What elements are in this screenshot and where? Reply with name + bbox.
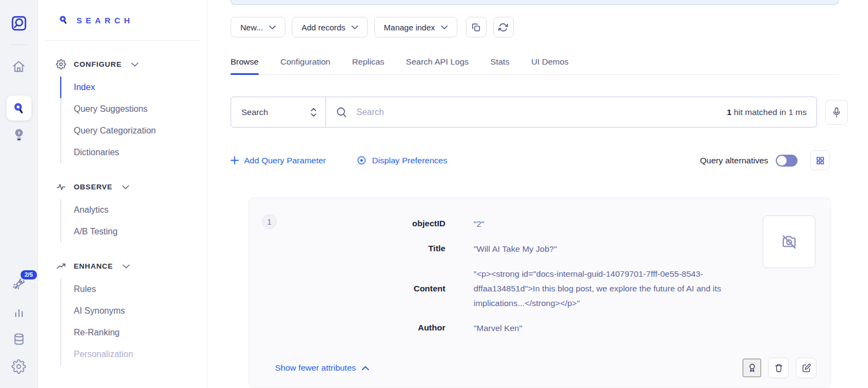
display-preferences-label: Display Preferences: [372, 156, 448, 166]
add-query-parameter-link[interactable]: Add Query Parameter: [231, 156, 326, 166]
search-brand-icon: [58, 14, 69, 26]
query-alternatives-label: Query alternatives: [700, 156, 768, 166]
sidebar-item-re-ranking[interactable]: Re-Ranking: [60, 322, 207, 344]
attribute-row: objectID "2": [262, 217, 815, 231]
search-mode-value: Search: [241, 107, 268, 117]
attribute-name: objectID: [262, 217, 445, 231]
hits-count: 1: [727, 107, 732, 117]
section-enhance-header[interactable]: ENHANCE: [56, 261, 207, 271]
settings-gear-icon[interactable]: [11, 359, 26, 374]
attribute-value: "Marvel Ken": [474, 321, 760, 335]
home-icon[interactable]: [11, 59, 26, 74]
query-alternatives-toggle[interactable]: [776, 155, 797, 167]
chevron-down-icon: [441, 26, 448, 29]
delete-record-button[interactable]: [768, 358, 789, 378]
search-mode-select[interactable]: Search: [231, 97, 326, 128]
chevron-down-icon: [131, 62, 138, 67]
gear-icon: [56, 59, 66, 69]
usage-badge: 2/5: [20, 269, 37, 281]
sidebar-item-query-categorization[interactable]: Query Categorization: [60, 120, 207, 142]
sidebar-item-ab-testing[interactable]: A/B Testing: [60, 221, 207, 243]
attribute-value: "2": [474, 217, 760, 231]
trash-icon: [774, 362, 784, 373]
section-configure-header[interactable]: CONFIGURE: [56, 59, 207, 69]
section-enhance-label: ENHANCE: [74, 262, 113, 270]
sidebar-item-personalization[interactable]: Personalization: [60, 344, 207, 365]
show-fewer-attributes-link[interactable]: Show fewer attributes: [275, 363, 369, 373]
chevron-down-icon: [122, 185, 129, 189]
voice-search-button[interactable]: [825, 100, 848, 125]
edit-record-button[interactable]: [796, 358, 816, 378]
search-nav-icon[interactable]: [7, 96, 31, 120]
trending-up-icon: [56, 261, 66, 271]
icon-rail: 2/5: [0, 0, 38, 388]
edit-icon: [801, 363, 812, 373]
sidebar-item-ai-synonyms[interactable]: AI Synonyms: [60, 300, 207, 322]
manage-index-button[interactable]: Manage index: [374, 17, 457, 37]
sidebar-item-dictionaries[interactable]: Dictionaries: [60, 142, 207, 163]
sidebar-item-index[interactable]: Index: [60, 77, 207, 98]
index-toolbar: New... Add records Manage index: [231, 17, 868, 37]
hit-card: 1 objectID "2" Title "Will AI Take My Jo…: [248, 198, 831, 387]
algolia-logo-icon[interactable]: [10, 14, 28, 33]
main-content: New... Add records Manage index: [208, 0, 868, 388]
tab-ui-demos[interactable]: UI Demos: [531, 57, 569, 74]
search-input[interactable]: Search 1 hit matched in 1 ms: [326, 97, 817, 128]
search-icon: [335, 106, 348, 119]
section-observe-label: OBSERVE: [74, 183, 112, 191]
add-records-button[interactable]: Add records: [292, 17, 368, 37]
tab-replicas[interactable]: Replicas: [352, 57, 384, 74]
chevron-down-icon: [269, 26, 276, 29]
tab-search-api-logs[interactable]: Search API Logs: [406, 57, 468, 74]
hit-actions: [743, 358, 816, 378]
section-configure-items: Index Query Suggestions Query Categoriza…: [60, 77, 207, 163]
index-tabs: Browse Configuration Replicas Search API…: [231, 57, 839, 75]
chevron-down-icon: [352, 26, 358, 29]
sidebar-item-query-suggestions[interactable]: Query Suggestions: [60, 98, 207, 120]
index-selector-remnant[interactable]: [231, 0, 839, 5]
analytics-bars-icon[interactable]: [12, 305, 26, 319]
medal-icon: [746, 362, 758, 374]
recommend-bulb-icon[interactable]: [12, 127, 26, 142]
tab-stats[interactable]: Stats: [490, 57, 509, 74]
sidebar-item-rules[interactable]: Rules: [60, 278, 207, 300]
attribute-row: Title "Will AI Take My Job?": [262, 241, 815, 256]
ranking-info-button[interactable]: [743, 359, 761, 377]
refresh-button[interactable]: [493, 17, 514, 37]
hit-card-footer: Show fewer attributes: [275, 358, 816, 378]
add-query-parameter-label: Add Query Parameter: [244, 156, 326, 166]
attribute-value: "<p><strong id="docs-internal-guid-14079…: [474, 266, 760, 310]
microphone-icon: [831, 106, 842, 118]
hits-summary: 1 hit matched in 1 ms: [727, 107, 807, 117]
section-observe-header[interactable]: OBSERVE: [56, 182, 207, 192]
rail-divider: [11, 44, 27, 45]
chevron-down-icon: [123, 264, 130, 269]
expand-updown-icon: [309, 106, 318, 118]
attribute-row: Content "<p><strong id="docs-internal-gu…: [262, 266, 815, 310]
query-controls-row: Add Query Parameter Display Preferences …: [231, 150, 830, 170]
hits-text: hit matched in 1 ms: [731, 107, 807, 117]
attribute-value: "Will AI Take My Job?": [474, 241, 760, 256]
section-observe: OBSERVE Analytics A/B Testing: [38, 182, 207, 243]
upgrade-rocket-icon[interactable]: 2/5: [11, 276, 27, 292]
search-bar: Search Search 1 hit matched in 1 ms: [231, 97, 848, 128]
layout-grid-button[interactable]: [810, 150, 830, 170]
product-title: SEARCH: [76, 16, 133, 25]
sidebar-divider: [46, 40, 200, 41]
hit-image-placeholder: [763, 215, 815, 268]
add-records-label: Add records: [302, 23, 346, 32]
tab-configuration[interactable]: Configuration: [280, 57, 330, 74]
refresh-icon: [498, 22, 508, 33]
tab-browse[interactable]: Browse: [231, 57, 259, 74]
attribute-name: Author: [262, 321, 445, 335]
query-alternatives-group: Query alternatives: [700, 150, 830, 170]
sidebar-item-analytics[interactable]: Analytics: [60, 199, 207, 221]
section-enhance: ENHANCE Rules AI Synonyms Re-Ranking Per…: [38, 261, 207, 365]
display-preferences-link[interactable]: Display Preferences: [356, 155, 448, 166]
data-sources-icon[interactable]: [12, 332, 26, 346]
product-sidebar: SEARCH CONFIGURE Index Query Suggestions: [38, 0, 208, 388]
plus-icon: [231, 156, 239, 164]
attribute-name: Title: [262, 241, 445, 256]
new-button[interactable]: New...: [231, 17, 285, 37]
copy-index-button[interactable]: [466, 17, 487, 37]
